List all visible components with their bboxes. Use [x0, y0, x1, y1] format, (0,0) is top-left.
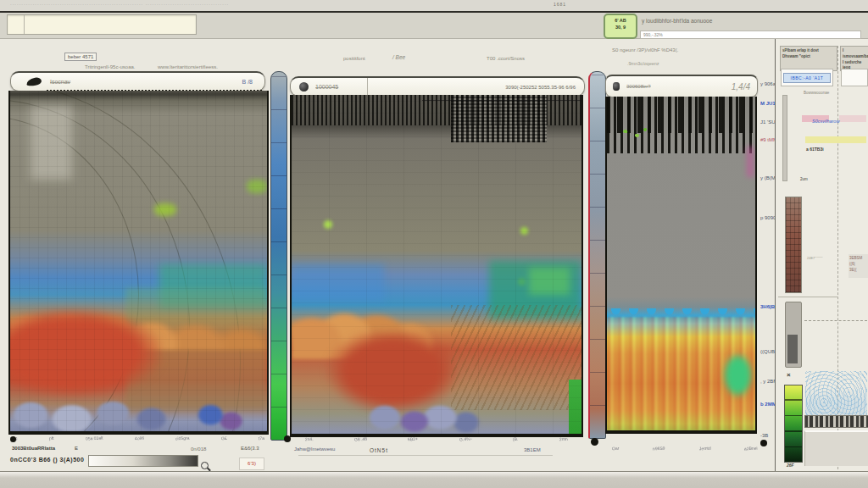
yellow-strip	[805, 136, 866, 143]
scroll-thumb[interactable]	[785, 302, 802, 368]
pink-strip-faint	[839, 115, 866, 122]
sidebar-col2-header[interactable]: I ismovsaam/ba I sedsrche ieoq	[840, 46, 868, 71]
panel3-titlebar[interactable]: 300608irr? 1,4/4	[605, 75, 758, 97]
resize-dot[interactable]	[591, 438, 598, 446]
grid-texture	[10, 91, 267, 431]
fish-icon	[25, 77, 42, 87]
panel2-title: 1000045	[315, 84, 338, 90]
status-count: 0n/018	[191, 446, 206, 452]
x-marker: ×	[787, 371, 791, 379]
colorbar-label: 26F	[787, 463, 794, 468]
panel1-bottom-ticks: 04gpft05a 03alt4o96ci05graG£t7a	[10, 435, 264, 441]
panel3-title: 300608irr?	[626, 84, 651, 89]
title-micro-right: 1681	[554, 2, 587, 8]
sidebar: sPlbam erlap it dovt Dhswam "opict IBBC:…	[776, 39, 868, 471]
panel1-scale-strip[interactable]	[270, 71, 287, 441]
caption-p1-sub: Tritringenll-95c-usoaa.	[85, 64, 135, 69]
sidebar-tiny-mark: 2um	[800, 177, 808, 181]
status-row1-e: E	[75, 446, 78, 451]
panel2-bottom-ticks: 2s4,G8 ,486B2+G.4%~(B.2mn	[305, 436, 568, 441]
thumb-dark-block	[787, 335, 798, 363]
magnifier-icon[interactable]	[201, 462, 209, 469]
toolbar-address-field[interactable]	[7, 14, 197, 35]
plot-note-block: 3EBSM((6|3E((	[849, 254, 868, 278]
sonar-icon	[299, 82, 309, 92]
scale-strip-ticks	[271, 72, 287, 440]
sidebar-list-note: Bowwwooonae	[804, 91, 829, 95]
caption-p2-mid: / Bee	[392, 54, 405, 60]
caption-p3-sub: .9mn3c/oqeenz	[627, 61, 659, 66]
field-divider	[24, 15, 25, 34]
zoom-slider[interactable]	[88, 455, 198, 467]
sidebar-col2-inset	[841, 69, 868, 86]
sidebar-selected-item[interactable]: IBBC:-A0 'A1T	[783, 73, 831, 83]
caption-p1-sub2: www.lteritarittorsiertifieess.	[158, 64, 218, 69]
panel1-title: Isocnav	[50, 79, 70, 85]
status-row1-left: 3003Bt0uaRRlatta	[12, 446, 55, 451]
toolbar: 6' AB 30, 9 y loudlibhfor-bht'lda aonuoo…	[0, 13, 868, 39]
panel1-titlebar[interactable]: Isocnav B /8	[10, 71, 265, 92]
zoom-chip[interactable]: 6'3)	[239, 458, 264, 470]
badge-line1: 6' AB	[608, 17, 633, 24]
color-scale-bar[interactable]	[784, 385, 803, 463]
resize-dot[interactable]	[284, 435, 291, 442]
barcode-strip	[804, 415, 868, 428]
magenta-streak	[747, 147, 754, 176]
status-p2-right: 3B1EM	[524, 447, 541, 452]
status-underline	[298, 455, 553, 456]
colorbar-segments	[785, 385, 802, 462]
caption-p2-left: posititfont	[343, 56, 365, 61]
sidebar-divider	[778, 297, 837, 297]
panel2-echogram[interactable]	[290, 95, 583, 437]
header-divider	[367, 78, 368, 96]
window-bottom-strip	[0, 471, 868, 488]
scale-strip-ticks	[590, 72, 605, 438]
green-patch	[723, 353, 753, 396]
resize-dot[interactable]	[10, 436, 16, 442]
probe-icon	[613, 82, 620, 91]
sidebar-blue-row[interactable]: S0csvilharow	[812, 119, 839, 124]
caption-box: beber 4571	[64, 53, 97, 61]
panel1-header-right: B /8	[242, 79, 253, 85]
plot-crosshair-h	[804, 320, 867, 322]
panel3-header-note: 1,4/4	[732, 82, 750, 92]
panel2-header-right: 3090(-250252 5055.35-96 6/96	[505, 85, 576, 90]
badge-line2: 30, 9	[608, 24, 633, 30]
resize-dot[interactable]	[760, 440, 767, 446]
panel3-bottom-ticks: Oarn96S9Jemtda2Bnei	[612, 446, 758, 451]
echogram-thumbnail[interactable]	[785, 197, 802, 293]
sidebar-scrollbar[interactable]	[782, 95, 787, 181]
grid-texture	[292, 95, 581, 434]
sidebar-col1-inset: IBBC:-A0 'A1T	[781, 69, 833, 86]
title-micro-text: ········································…	[10, 2, 400, 8]
sidebar-col1-header[interactable]: sPlbam erlap it dovt Dhswam "opict	[780, 46, 837, 71]
status-p2-mid: OtN5t	[370, 447, 388, 453]
toolbar-menu-label: y loudlibhfor-bht'lda aonuooe	[642, 18, 712, 24]
caption-p2-right: T00 .ccort/Snoss	[487, 56, 525, 61]
status-p2-label: Jahw@lmetwvesu	[294, 446, 335, 452]
panel2-scale-strip[interactable]	[588, 71, 606, 439]
status-ref: E&6(3.3	[241, 446, 259, 451]
caption-p3-top: S0 ngeunr /3P)/vl0hF %D43(.	[612, 47, 678, 53]
record-badge-button[interactable]: 6' AB 30, 9	[604, 14, 637, 39]
panel2-titlebar[interactable]: 1000045 3090(-250252 5055.35-96 6/96	[290, 76, 585, 97]
panel3-echogram[interactable]	[605, 97, 757, 434]
thumbnail-grid	[786, 197, 801, 292]
status-row2-left: 0nCC0'3 B66 () 3(A)500	[10, 457, 84, 463]
sidebar-empty-panel	[804, 430, 868, 466]
plot-tiny-header: 24E7''''''''''''	[807, 256, 823, 260]
application-window: ········································…	[0, 0, 868, 488]
title-strip: ········································…	[0, 0, 868, 12]
green-speckles	[619, 124, 652, 144]
panel1-echogram[interactable]	[8, 91, 269, 435]
sidebar-dark-row[interactable]: a 61TB3i	[806, 147, 824, 152]
